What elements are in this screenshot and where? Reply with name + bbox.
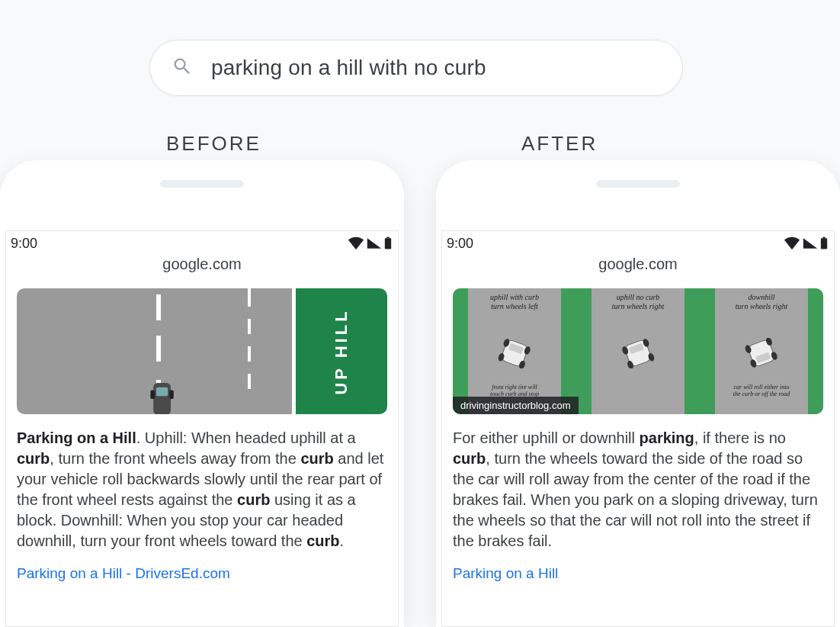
search-icon	[172, 56, 193, 80]
snippet-after: For either uphill or downhill parking, i…	[453, 428, 823, 551]
search-bar[interactable]: parking on a hill with no curb	[149, 40, 683, 96]
label-after: AFTER	[521, 132, 598, 156]
result-image-before[interactable]: UP HILL	[17, 288, 387, 414]
svg-rect-7	[822, 237, 825, 239]
uphill-panel: UP HILL	[296, 288, 387, 414]
phone-speaker	[596, 180, 680, 188]
phone-screen: 9:00 google.com uphill with curbturn whe…	[441, 230, 835, 627]
svg-rect-1	[386, 237, 389, 239]
uphill-label: UP HILL	[332, 308, 351, 394]
status-icons	[348, 236, 392, 250]
panel-sub: front right tire willtouch curb and stop	[457, 384, 572, 397]
svg-rect-0	[385, 238, 391, 249]
result-image-after[interactable]: uphill with curbturn wheels left	[453, 288, 823, 414]
svg-rect-4	[150, 391, 155, 399]
svg-rect-6	[821, 238, 827, 249]
panel-sub: car will roll either intothe curb or off…	[704, 384, 819, 397]
status-time: 9:00	[447, 236, 473, 252]
road-graphic	[17, 288, 296, 414]
car-icon	[741, 338, 783, 368]
phone-screen: 9:00 google.com	[5, 230, 399, 627]
phone-before: 9:00 google.com	[0, 160, 404, 627]
panel-title: uphill no curbturn wheels right	[581, 293, 695, 311]
snippet-before: Parking on a Hill. Uphill: When headed u…	[17, 428, 387, 551]
phone-after: 9:00 google.com uphill with curbturn whe…	[436, 160, 840, 627]
car-icon	[494, 338, 536, 368]
panel-title: uphill with curbturn wheels left	[457, 293, 572, 311]
url-bar: google.com	[6, 256, 398, 278]
phone-speaker	[160, 180, 244, 188]
panel-uphill-curb: uphill with curbturn wheels left	[453, 288, 576, 414]
status-bar: 9:00	[442, 231, 834, 256]
status-bar: 9:00	[6, 231, 398, 256]
panel-title: downhillturn wheels right	[704, 293, 819, 311]
image-source-badge: drivinginstructorblog.com	[453, 397, 579, 414]
result-link-after[interactable]: Parking on a Hill	[453, 565, 823, 582]
car-icon	[617, 338, 659, 368]
panel-downhill: downhillturn wheels right car	[700, 288, 823, 414]
svg-rect-5	[169, 391, 174, 399]
label-before: BEFORE	[166, 132, 261, 156]
panel-uphill-nocurb: uphill no curbturn wheels right	[576, 288, 700, 414]
search-query: parking on a hill with no curb	[211, 56, 486, 80]
svg-rect-3	[156, 387, 168, 396]
result-link-before[interactable]: Parking on a Hill - DriversEd.com	[17, 565, 387, 582]
url-bar: google.com	[442, 256, 834, 278]
status-time: 9:00	[11, 236, 37, 252]
status-icons	[784, 236, 828, 250]
car-icon	[148, 376, 177, 414]
